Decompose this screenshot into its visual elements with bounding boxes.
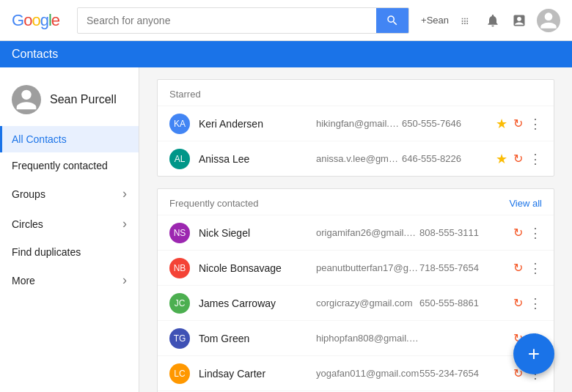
contact-email: yogafan011@gmail.com	[316, 368, 419, 379]
search-button[interactable]	[376, 7, 408, 34]
contact-name: Anissa Lee	[199, 153, 316, 165]
table-row: JC James Carroway corgicrazy@gmail.com 6…	[158, 285, 554, 320]
chevron-right-icon: ›	[122, 186, 127, 201]
content-area: Starred KA Keri Andersen hikingfan@gmail…	[139, 67, 572, 392]
contact-name: James Carroway	[199, 297, 316, 309]
table-row: KA Keri Andersen hikingfan@gmail.com 650…	[158, 106, 554, 141]
search-input[interactable]	[78, 15, 376, 26]
starred-section: Starred KA Keri Andersen hikingfan@gmail…	[157, 79, 554, 177]
frequent-contact-icon[interactable]: ↻	[513, 117, 523, 130]
more-options-icon[interactable]: ⋮	[529, 116, 542, 132]
view-all-link[interactable]: View all	[509, 198, 542, 209]
sidebar-user-avatar	[12, 85, 41, 114]
frequently-section-header: Frequently contacted View all	[158, 189, 554, 215]
frequently-section-title: Frequently contacted	[169, 198, 258, 209]
star-icon[interactable]: ★	[496, 116, 507, 132]
contact-name: Lindsay Carter	[199, 368, 316, 380]
contact-email: anissa.v.lee@gmail.com	[316, 153, 402, 164]
contact-name: Nicole Bonsavage	[199, 262, 316, 274]
avatar: NS	[169, 223, 190, 243]
contact-actions: ↻ ⋮	[513, 295, 542, 311]
contacts-header-title: Contacts	[12, 48, 58, 61]
avatar: LC	[169, 363, 190, 384]
sidebar-item-frequently-contacted[interactable]: Frequently contacted	[0, 152, 139, 179]
svg-point-0	[545, 12, 553, 21]
google-logo: Google	[12, 11, 59, 30]
sidebar-item-find-duplicates[interactable]: Find duplicates	[0, 239, 139, 265]
avatar: JC	[169, 293, 190, 314]
contact-email: corgicrazy@gmail.com	[316, 297, 419, 308]
avatar: KA	[169, 114, 190, 134]
frequent-contact-icon[interactable]: ↻	[513, 296, 523, 310]
sidebar-item-groups[interactable]: Groups ›	[0, 179, 139, 209]
contact-actions: ★ ↻ ⋮	[496, 151, 542, 167]
sidebar-item-circles[interactable]: Circles ›	[0, 209, 139, 239]
sidebar-user-name: Sean Purcell	[50, 93, 117, 106]
add-account-icon[interactable]	[510, 12, 528, 29]
svg-point-1	[21, 90, 31, 100]
more-options-icon[interactable]: ⋮	[529, 151, 542, 167]
starred-section-header: Starred	[158, 80, 554, 106]
frequent-contact-icon[interactable]: ↻	[513, 261, 523, 275]
frequently-section: Frequently contacted View all NS Nick Si…	[157, 188, 554, 392]
contact-phone: 646-555-8226	[402, 153, 490, 164]
topbar-right: +Sean	[421, 9, 560, 32]
contact-name: Nick Siegel	[199, 227, 316, 239]
contact-actions: ★ ↻ ⋮	[496, 116, 542, 132]
contact-actions: ↻ ⋮	[513, 260, 542, 276]
chevron-right-icon: ›	[122, 273, 127, 288]
chevron-right-icon: ›	[122, 216, 127, 232]
contact-actions: ↻ ⋮	[513, 225, 542, 241]
frequent-contact-icon[interactable]: ↻	[513, 152, 523, 166]
topbar: Google +Sean	[0, 0, 572, 41]
apps-icon[interactable]	[458, 12, 475, 29]
contact-phone: 650-555-8861	[419, 297, 507, 308]
contacts-header: Contacts	[0, 41, 572, 67]
contact-phone: 718-555-7654	[419, 262, 507, 273]
table-row: NB Nicole Bonsavage peanutbutterfan17@gm…	[158, 250, 554, 285]
sidebar-item-all-contacts[interactable]: All Contacts	[0, 126, 139, 152]
search-bar	[77, 7, 409, 34]
contact-phone: 650-555-7646	[402, 118, 490, 129]
more-options-icon[interactable]: ⋮	[529, 225, 542, 241]
plus-icon: +	[528, 342, 540, 366]
contact-name: Keri Andersen	[199, 118, 316, 130]
contact-email: origamifan26@gmail.com	[316, 227, 419, 238]
sidebar: Sean Purcell All Contacts Frequently con…	[0, 67, 139, 392]
more-options-icon[interactable]: ⋮	[529, 295, 542, 311]
table-row: TG Tom Green hiphopfan808@gmail.com ↻ ⋮	[158, 320, 554, 355]
contact-phone: 555-234-7654	[419, 368, 507, 379]
star-icon[interactable]: ★	[496, 151, 507, 167]
contact-email: hiphopfan808@gmail.com	[316, 333, 419, 344]
starred-section-title: Starred	[169, 89, 201, 100]
avatar: AL	[169, 149, 190, 169]
contact-email: hikingfan@gmail.com	[316, 118, 402, 129]
avatar: TG	[169, 328, 190, 349]
sidebar-item-more[interactable]: More ›	[0, 265, 139, 295]
more-options-icon[interactable]: ⋮	[529, 260, 542, 276]
contact-name: Tom Green	[199, 333, 316, 344]
user-avatar[interactable]	[537, 9, 560, 32]
add-contact-fab[interactable]: +	[513, 333, 554, 374]
main-layout: Sean Purcell All Contacts Frequently con…	[0, 67, 572, 392]
sidebar-user: Sean Purcell	[0, 76, 139, 126]
table-row: NS Nick Siegel origamifan26@gmail.com 80…	[158, 215, 554, 250]
topbar-username: +Sean	[421, 15, 449, 26]
contact-phone: 808-555-3111	[419, 227, 507, 238]
contact-email: peanutbutterfan17@gmail...	[316, 262, 419, 273]
table-row: LC Lindsay Carter yogafan011@gmail.com 5…	[158, 355, 554, 391]
avatar: NB	[169, 258, 190, 278]
notifications-icon[interactable]	[484, 12, 502, 29]
table-row: AL Anissa Lee anissa.v.lee@gmail.com 646…	[158, 141, 554, 176]
frequent-contact-icon[interactable]: ↻	[513, 226, 523, 240]
